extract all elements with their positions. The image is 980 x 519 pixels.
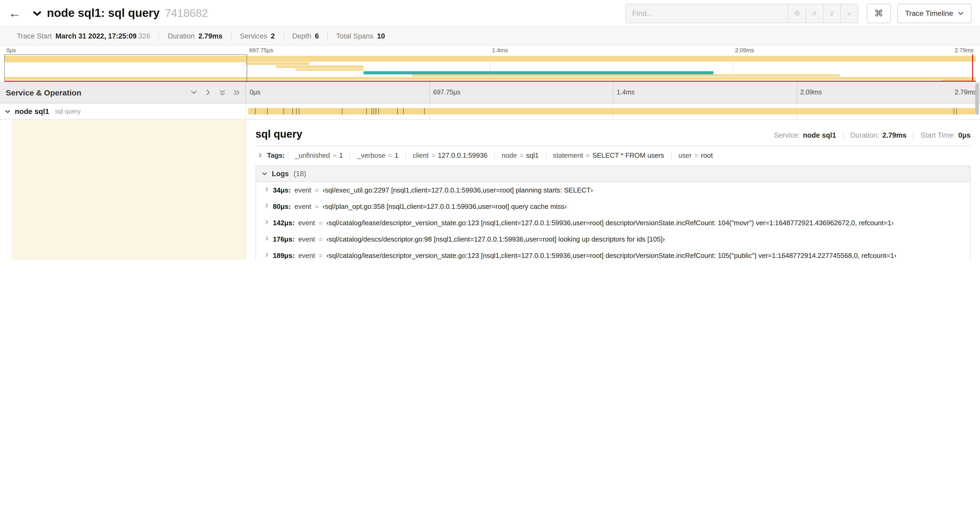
chevron-down-icon[interactable] [5,109,11,113]
minimap-tick-label: 2.09ms [733,47,756,53]
top-bar: ← node sql1: sql query 7418682 ⊕ ∧ ∨ × ⌘… [0,0,980,27]
tag-value: 127.0.0.1:59936 [438,152,487,159]
time-axis-tick-label: 697.75μs [430,82,464,103]
info-label: Trace Start [17,32,52,40]
find-group: ⊕ ∧ ∨ × [625,3,858,23]
span-row-name-cell[interactable]: node sql1 sql query [0,103,246,119]
trace-info-item: Duration 2.79ms [159,32,231,40]
chevron-right-icon [258,153,262,158]
next-match-button[interactable]: ∨ [823,3,841,23]
service-operation-title: Service & Operation [6,88,81,97]
minimap-cursor-line [972,54,973,81]
minimap-tick-label: 2.79ms [953,47,976,53]
info-value-group: 6 [315,32,319,40]
equals-sign: = [388,152,392,159]
back-button[interactable]: ← [8,7,21,19]
trace-info-item: Depth 6 [283,32,327,40]
equals-sign: = [585,152,590,159]
vertical-scrollbar-thumb[interactable] [975,83,979,114]
log-entry[interactable]: 34μs: event = ‹sql/exec_util.go:2297 [ns… [256,182,970,198]
trace-id: 7418682 [165,7,208,19]
tag-item: node=sql1 [494,152,546,159]
find-input[interactable] [625,3,789,23]
tag-key: _unfinished [295,152,330,159]
log-entry[interactable]: 80μs: event = ‹sql/plan_opt.go:358 [nsql… [256,198,970,215]
log-event-tick [267,108,268,115]
log-event-tick [374,108,374,115]
expand-one-button[interactable] [205,90,211,94]
equals-sign: = [319,252,323,260]
log-event-tick [255,108,255,115]
minimap-span-bar [246,62,309,65]
title-chevron-down-icon[interactable] [33,10,41,16]
info-value-group: 2 [271,32,275,40]
info-value: 6 [315,32,319,40]
keyboard-shortcuts-button[interactable]: ⌘ [867,3,891,23]
log-event-tick [376,108,377,115]
chevron-right-icon [265,187,269,192]
tags-label: Tags: [267,152,285,159]
logs-section: Logs (18) 34μs: event = ‹sql/exec_util.g… [256,166,970,260]
stat-value: node sql1 [803,131,836,139]
log-event-tick [299,108,299,115]
minimap-spans [4,54,976,81]
timeline-header-icons [191,89,240,95]
chevron-right-icon [265,220,269,224]
tag-value: 1 [395,152,398,159]
tag-value: 1 [339,152,343,159]
minimap-canvas[interactable] [4,54,976,82]
log-event-tick [403,108,404,115]
scroll-to-match-button[interactable]: ⊕ [789,3,806,23]
log-event-tick [292,108,293,115]
minimap-span-bar [364,71,714,74]
span-stat: Service:node sql1 [767,131,843,139]
equals-sign: = [694,152,698,159]
tag-key: client [412,152,429,159]
trace-view-dropdown[interactable]: Trace Timeline [897,3,972,23]
log-entry[interactable]: 189μs: event = ‹sql/catalog/lease/descri… [256,248,970,260]
minimap-span-bar [246,59,976,62]
span-row-bar-cell[interactable] [246,103,980,119]
jaeger-trace-page: ← node sql1: sql query 7418682 ⊕ ∧ ∨ × ⌘… [0,0,980,260]
detail-header: sql query Service:node sql1 Duration:2.7… [256,124,970,146]
span-detail-region: sql query Service:node sql1 Duration:2.7… [0,119,980,260]
prev-match-button[interactable]: ∧ [806,3,823,23]
trace-info-item: Services 2 [231,32,283,40]
tag-key: _verbose [357,152,385,159]
clear-search-button[interactable]: × [841,3,858,23]
trace-info-item: Total Spans 10 [327,32,393,40]
time-axis-tick-label: 0μs [246,82,264,103]
view-dropdown-label: Trace Timeline [905,9,953,18]
info-label: Duration [168,32,195,40]
log-event-tick [283,108,284,115]
span-detail-panel: sql query Service:node sql1 Duration:2.7… [246,120,980,260]
tag-item: statement=SELECT * FROM users [546,152,671,159]
log-timestamp: 34μs: [273,186,291,194]
collapse-all-button[interactable] [219,89,226,95]
double-chevron-right-icon [234,89,239,96]
log-timestamp: 80μs: [273,203,291,211]
info-value: 2.79ms [198,32,223,40]
minimap-span-bar [296,68,364,71]
expand-all-button[interactable] [234,89,240,95]
log-field-value: ‹sql/catalog/descs/descriptor.go:98 [nsq… [326,235,665,243]
minimap-span-bar [412,74,840,77]
log-event-tick [956,108,957,115]
tag-item: client=127.0.0.1:59936 [405,152,494,159]
log-event-tick [397,108,398,115]
log-event-tick [954,108,954,115]
log-field-key: event [294,203,312,211]
span-stat: Duration:2.79ms [843,131,913,139]
log-event-tick [425,108,425,115]
log-entry[interactable]: 176μs: event = ‹sql/catalog/descs/descri… [256,231,970,248]
operation-name: sql query [55,108,81,115]
logs-accordion-header[interactable]: Logs (18) [256,166,970,182]
minimap-tick-label: 697.75μs [247,47,275,53]
tags-accordion[interactable]: Tags: _unfinished=1 _verbose=1 client=12… [256,146,970,164]
minimap-span-bar [4,59,246,62]
span-event-marks [246,103,980,119]
log-entry[interactable]: 142μs: event = ‹sql/catalog/lease/descri… [256,215,970,231]
chevron-right-icon [265,236,269,241]
info-value-group: 2.79ms [198,32,223,40]
collapse-one-button[interactable] [191,90,197,94]
